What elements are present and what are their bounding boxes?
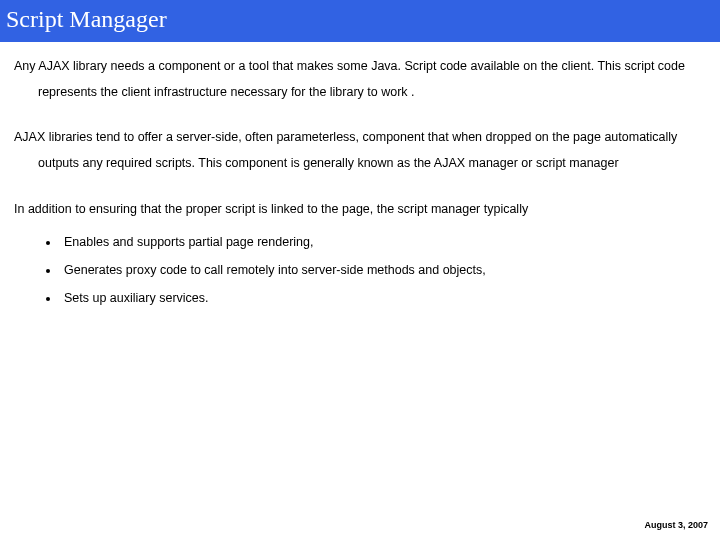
paragraph-1-text: Any AJAX library needs a component or a … (14, 59, 685, 99)
footer-date-text: August 3, 2007 (644, 520, 708, 530)
list-item-text: Sets up auxiliary services. (64, 291, 209, 305)
list-item-text: Enables and supports partial page render… (64, 235, 313, 249)
slide-body: Any AJAX library needs a component or a … (0, 42, 720, 312)
slide-title-bar: Script Mangager (0, 0, 720, 42)
list-item-text: Generates proxy code to call remotely in… (64, 263, 486, 277)
paragraph-2-text: AJAX libraries tend to offer a server-si… (14, 130, 677, 170)
list-item: Enables and supports partial page render… (60, 228, 702, 256)
bullet-list: Enables and supports partial page render… (60, 228, 702, 312)
paragraph-1: Any AJAX library needs a component or a … (14, 54, 702, 105)
paragraph-3-lead-text: In addition to ensuring that the proper … (14, 202, 528, 216)
slide-title: Script Mangager (6, 6, 167, 32)
paragraph-2: AJAX libraries tend to offer a server-si… (14, 125, 702, 176)
paragraph-3-lead: In addition to ensuring that the proper … (14, 197, 702, 223)
list-item: Generates proxy code to call remotely in… (60, 256, 702, 284)
list-item: Sets up auxiliary services. (60, 284, 702, 312)
footer-date: August 3, 2007 (644, 520, 708, 530)
